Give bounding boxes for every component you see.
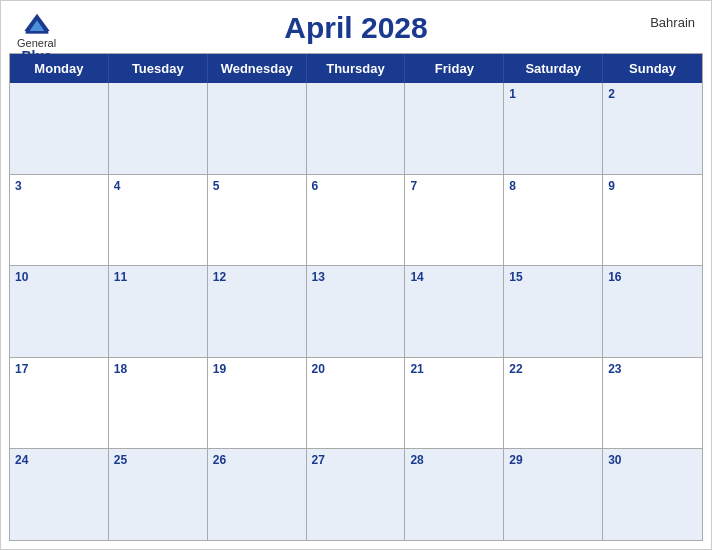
day-number: 26 [213, 452, 301, 469]
day-number: 27 [312, 452, 400, 469]
day-cell: 18 [109, 358, 208, 449]
day-cell: 2 [603, 83, 702, 174]
week-row-5: 24252627282930 [10, 448, 702, 540]
day-cell: 16 [603, 266, 702, 357]
day-cell: 12 [208, 266, 307, 357]
day-cell: 6 [307, 175, 406, 266]
day-cell: 4 [109, 175, 208, 266]
logo: General Blue [17, 9, 56, 64]
day-cell [10, 83, 109, 174]
week-row-4: 17181920212223 [10, 357, 702, 449]
day-header-saturday: Saturday [504, 54, 603, 83]
day-cell: 26 [208, 449, 307, 540]
calendar-grid: MondayTuesdayWednesdayThursdayFridaySatu… [9, 53, 703, 541]
day-cell: 20 [307, 358, 406, 449]
day-cell: 8 [504, 175, 603, 266]
day-number: 12 [213, 269, 301, 286]
day-number: 5 [213, 178, 301, 195]
day-cell: 23 [603, 358, 702, 449]
day-number: 6 [312, 178, 400, 195]
day-cell [405, 83, 504, 174]
day-number: 2 [608, 86, 697, 103]
day-cell [109, 83, 208, 174]
week-row-3: 10111213141516 [10, 265, 702, 357]
day-number: 20 [312, 361, 400, 378]
day-cell: 11 [109, 266, 208, 357]
day-cell: 21 [405, 358, 504, 449]
day-cell: 14 [405, 266, 504, 357]
day-number: 19 [213, 361, 301, 378]
calendar-wrapper: General Blue April 2028 Bahrain MondayTu… [0, 0, 712, 550]
day-number: 18 [114, 361, 202, 378]
day-number: 9 [608, 178, 697, 195]
day-number: 28 [410, 452, 498, 469]
day-number: 11 [114, 269, 202, 286]
day-number: 22 [509, 361, 597, 378]
weeks-container: 1234567891011121314151617181920212223242… [10, 83, 702, 540]
svg-rect-2 [25, 31, 48, 34]
day-number: 16 [608, 269, 697, 286]
day-cell: 29 [504, 449, 603, 540]
day-headers-row: MondayTuesdayWednesdayThursdayFridaySatu… [10, 54, 702, 83]
day-number: 30 [608, 452, 697, 469]
day-cell: 13 [307, 266, 406, 357]
day-cell: 22 [504, 358, 603, 449]
day-number: 21 [410, 361, 498, 378]
day-cell: 28 [405, 449, 504, 540]
day-number: 3 [15, 178, 103, 195]
day-header-friday: Friday [405, 54, 504, 83]
day-number: 4 [114, 178, 202, 195]
calendar-header: General Blue April 2028 Bahrain [1, 1, 711, 49]
day-cell: 3 [10, 175, 109, 266]
day-cell: 19 [208, 358, 307, 449]
logo-blue-text: Blue [21, 49, 51, 64]
day-cell: 1 [504, 83, 603, 174]
day-cell [307, 83, 406, 174]
day-cell: 27 [307, 449, 406, 540]
generalblue-logo-icon [19, 9, 55, 37]
day-cell: 9 [603, 175, 702, 266]
day-cell: 7 [405, 175, 504, 266]
day-cell: 10 [10, 266, 109, 357]
day-cell: 15 [504, 266, 603, 357]
day-number: 1 [509, 86, 597, 103]
day-number: 14 [410, 269, 498, 286]
day-header-sunday: Sunday [603, 54, 702, 83]
day-header-thursday: Thursday [307, 54, 406, 83]
day-cell: 17 [10, 358, 109, 449]
day-number: 24 [15, 452, 103, 469]
day-cell: 30 [603, 449, 702, 540]
day-cell: 5 [208, 175, 307, 266]
day-number: 8 [509, 178, 597, 195]
week-row-1: 12 [10, 83, 702, 174]
week-row-2: 3456789 [10, 174, 702, 266]
day-cell: 25 [109, 449, 208, 540]
day-header-tuesday: Tuesday [109, 54, 208, 83]
day-number: 29 [509, 452, 597, 469]
day-cell: 24 [10, 449, 109, 540]
country-label: Bahrain [650, 15, 695, 30]
day-cell [208, 83, 307, 174]
day-number: 15 [509, 269, 597, 286]
day-number: 25 [114, 452, 202, 469]
day-number: 23 [608, 361, 697, 378]
day-number: 7 [410, 178, 498, 195]
day-number: 10 [15, 269, 103, 286]
day-number: 13 [312, 269, 400, 286]
day-number: 17 [15, 361, 103, 378]
calendar-title: April 2028 [284, 11, 427, 45]
day-header-wednesday: Wednesday [208, 54, 307, 83]
